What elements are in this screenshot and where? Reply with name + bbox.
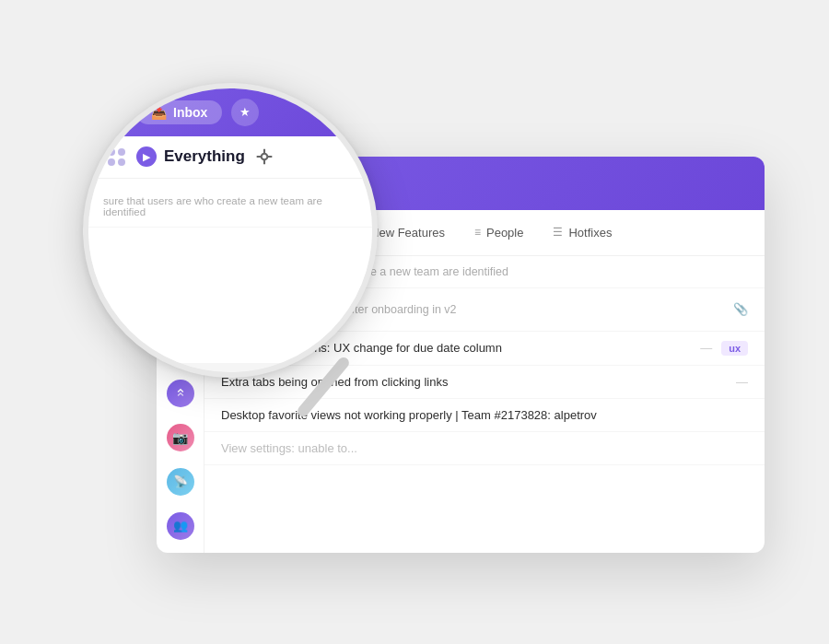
mag-grid-icon — [98, 148, 125, 166]
svg-point-16 — [262, 154, 268, 160]
mag-star-button: ★ — [231, 99, 259, 126]
mag-inbox-tab: 📥 Inbox — [136, 100, 222, 124]
app-team[interactable]: 👥 — [167, 512, 194, 540]
magnifier-content: 📥 Inbox ★ ▶ Everything — [88, 88, 372, 372]
mag-sub-header: ▶ Everything — [88, 136, 372, 179]
mag-everything-arrow: ▶ — [136, 146, 157, 167]
mag-inbox-label: Inbox — [173, 105, 207, 120]
list-item[interactable]: View settings: unable to... — [204, 432, 765, 465]
mag-everything-label: Everything — [164, 147, 245, 166]
mag-header: 📥 Inbox ★ — [88, 88, 372, 136]
mag-inbox-icon: 📥 — [151, 105, 167, 120]
tab-icon-people: ≡ — [474, 226, 481, 239]
app-wifi[interactable]: 📡 — [167, 468, 194, 496]
app-clickup[interactable] — [167, 380, 194, 407]
tab-icon-hotfixes: ☰ — [553, 226, 563, 239]
tab-label-hotfixes: Hotfixes — [568, 226, 612, 240]
tab-hotfixes[interactable]: ☰ Hotfixes — [540, 220, 625, 245]
magnifier: 📥 Inbox ★ ▶ Everything — [83, 83, 378, 378]
mag-logo — [101, 100, 127, 125]
mag-filter-icon — [252, 145, 276, 169]
list-item[interactable]: Desktop favorite views not working prope… — [204, 399, 765, 432]
item-separator: — — [700, 341, 712, 355]
item-separator: — — [736, 375, 748, 389]
sub-tabs: ≡ New Features ≡ People ☰ Hotfixes — [345, 220, 625, 245]
tab-label-new-features: New Features — [370, 226, 445, 240]
tab-label-people: People — [486, 226, 523, 240]
item-text: View settings: unable to... — [221, 441, 748, 455]
attachment-icon: 📎 — [733, 302, 748, 316]
app-camera[interactable]: 📷 — [167, 424, 194, 451]
item-text: Extra tabs being opened from clicking li… — [221, 375, 727, 389]
ux-badge: ux — [721, 341, 748, 356]
scene: 📥 Inbox ★ ▶ Everything — [64, 64, 765, 580]
tab-people[interactable]: ≡ People — [461, 220, 537, 245]
